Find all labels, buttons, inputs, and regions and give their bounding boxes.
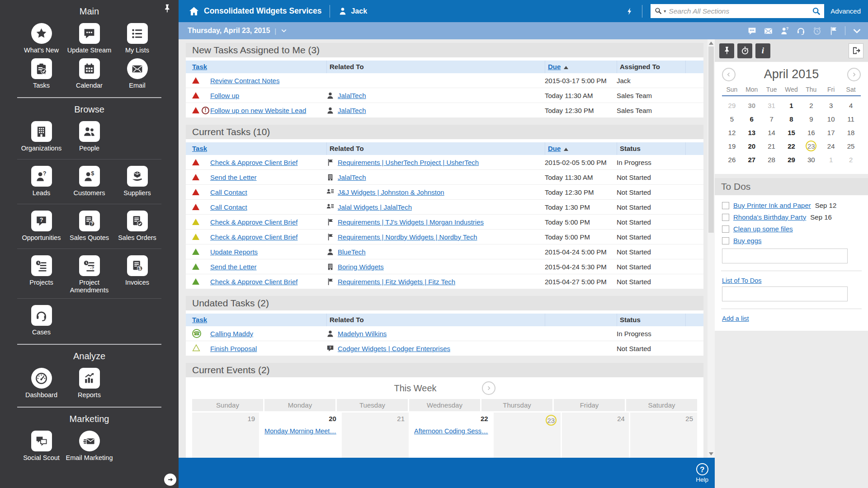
- todo-link[interactable]: Buy Printer Ink and Paper: [733, 202, 811, 209]
- sidebar-item-people[interactable]: People: [66, 119, 113, 155]
- sidebar-item-dashboard[interactable]: Dashboard: [18, 366, 66, 401]
- task-link[interactable]: Call Contact: [210, 203, 247, 211]
- sidebar-item-customers[interactable]: $Customers: [66, 164, 113, 199]
- related-link[interactable]: JalalTech: [338, 92, 366, 99]
- headset-icon[interactable]: [796, 26, 806, 36]
- date-dropdown-chevron-icon[interactable]: [281, 28, 287, 34]
- new-todo-input[interactable]: [722, 249, 848, 263]
- search-icon[interactable]: [811, 6, 821, 16]
- sidebar-item-sales-orders[interactable]: Sales Orders: [113, 209, 161, 244]
- todo-link[interactable]: Rhonda's Birthday Party: [733, 213, 806, 221]
- scrollbar-thumb[interactable]: [708, 47, 714, 233]
- timer-button[interactable]: [737, 43, 752, 58]
- calendar-day[interactable]: 27: [742, 153, 762, 167]
- calendar-day[interactable]: 30: [801, 153, 821, 167]
- todo-checkbox[interactable]: [722, 214, 729, 221]
- pin-sidebar-icon[interactable]: [162, 4, 172, 14]
- scroll-up-icon[interactable]: [709, 42, 713, 45]
- add-a-list-link[interactable]: Add a list: [722, 315, 749, 322]
- calendar-day[interactable]: 19: [722, 140, 742, 153]
- sidebar-item-project-amendments[interactable]: -?Project Amendments: [66, 253, 113, 294]
- sidebar-item-cases[interactable]: Cases: [18, 303, 66, 338]
- sidebar-item-opportunities[interactable]: ?Opportunities: [18, 209, 66, 244]
- day-cell-friday[interactable]: 24: [562, 413, 629, 458]
- sidebar-item-update-stream[interactable]: Update Stream: [66, 21, 113, 56]
- event-link[interactable]: Monday Morning Meet…: [264, 427, 336, 435]
- calendar-day[interactable]: 9: [801, 113, 821, 126]
- related-link[interactable]: Codger Widgets | Codger Enterprises: [338, 345, 450, 352]
- scroll-down-icon[interactable]: [709, 452, 713, 455]
- sidebar-item-social-scout[interactable]: Social Scout: [18, 429, 66, 464]
- calendar-day[interactable]: 18: [841, 126, 861, 140]
- calendar-day[interactable]: 1: [782, 99, 802, 113]
- calendar-day[interactable]: 31: [762, 99, 782, 113]
- day-cell-saturday[interactable]: 25: [630, 413, 697, 458]
- calendar-day[interactable]: 3: [821, 99, 841, 113]
- calendar-day[interactable]: 13: [742, 126, 762, 140]
- calendar-day[interactable]: 6: [742, 113, 762, 126]
- calendar-day[interactable]: 23: [801, 140, 821, 153]
- sidebar-item-calendar[interactable]: Calendar: [66, 56, 113, 92]
- list-of-todos-link[interactable]: List of To Dos: [722, 277, 762, 284]
- related-link[interactable]: Jalal Widgets | JalalTech: [338, 203, 412, 211]
- calendar-day[interactable]: 14: [762, 126, 782, 140]
- related-link[interactable]: Requirements | TJ's Widgets | Morgan Ind…: [338, 218, 484, 226]
- calendar-day[interactable]: 12: [722, 126, 742, 140]
- task-link[interactable]: Call Contact: [210, 188, 247, 196]
- sidebar-item-reports[interactable]: Reports: [66, 366, 113, 401]
- calendar-day[interactable]: 26: [722, 153, 742, 167]
- related-link[interactable]: J&J Widgets | Johnston & Johnston: [338, 188, 444, 196]
- sidebar-item-organizations[interactable]: Organizations: [18, 119, 66, 155]
- calendar-day[interactable]: 2: [841, 153, 861, 167]
- sidebar-item-suppliers[interactable]: Suppliers: [113, 164, 161, 199]
- day-cell-wednesday[interactable]: 22Afternoon Coding Sess…: [410, 413, 492, 458]
- alarm-icon[interactable]: [812, 26, 822, 36]
- new-list-input[interactable]: [722, 286, 848, 301]
- sidebar-item-invoices[interactable]: $Invoices: [113, 253, 161, 294]
- event-link[interactable]: Afternoon Coding Sess…: [414, 427, 488, 435]
- calendar-day[interactable]: 20: [742, 140, 762, 153]
- sidebar-item-email[interactable]: Email: [113, 56, 161, 92]
- contact-card-icon[interactable]: ?: [780, 26, 789, 36]
- sidebar-collapse-button[interactable]: [164, 474, 176, 486]
- related-link[interactable]: Madelyn Wilkins: [338, 330, 387, 338]
- next-week-icon[interactable]: [482, 381, 495, 395]
- related-link[interactable]: Boring Widgets: [338, 263, 384, 271]
- sidebar-item-what-s-new[interactable]: What's New: [18, 21, 66, 56]
- sidebar-item-projects[interactable]: Projects: [18, 253, 66, 294]
- quick-actions-icon[interactable]: [626, 7, 634, 15]
- panel-chevron-down-icon[interactable]: [852, 26, 862, 36]
- flag-icon[interactable]: [829, 26, 838, 36]
- calendar-day[interactable]: 21: [762, 140, 782, 153]
- task-link[interactable]: Review Contract Notes: [210, 77, 279, 84]
- info-button[interactable]: i: [755, 43, 770, 58]
- todo-checkbox[interactable]: [722, 225, 729, 233]
- calendar-day[interactable]: 4: [841, 99, 861, 113]
- column-header-task[interactable]: Task: [186, 314, 326, 326]
- calendar-next-icon[interactable]: [847, 68, 861, 81]
- calendar-day[interactable]: 29: [722, 99, 742, 113]
- task-link[interactable]: Check & Approve Client Brief: [210, 218, 297, 226]
- search-input[interactable]: [668, 7, 811, 16]
- help-button[interactable]: ? Help: [696, 463, 708, 483]
- calendar-day[interactable]: 15: [782, 126, 802, 140]
- day-cell-monday[interactable]: 20Monday Morning Meet…: [260, 413, 340, 458]
- pin-panel-button[interactable]: [719, 43, 734, 58]
- calendar-day[interactable]: 8: [782, 113, 802, 126]
- column-header-due[interactable]: Due: [545, 61, 617, 73]
- related-link[interactable]: Requirements | Fitz Widgets | Fitz Tech: [338, 278, 455, 286]
- day-cell-thursday[interactable]: 23: [494, 413, 561, 458]
- calendar-prev-icon[interactable]: [722, 68, 736, 81]
- task-link[interactable]: Check & Approve Client Brief: [210, 159, 297, 166]
- related-link[interactable]: JalalTech: [338, 107, 366, 114]
- app-title[interactable]: Consolidated Widgets Services: [204, 6, 321, 16]
- todo-link[interactable]: Buy eggs: [733, 237, 762, 244]
- related-link[interactable]: Requirements | Nordby Widgets | Nordby T…: [338, 233, 477, 241]
- calendar-day[interactable]: 7: [762, 113, 782, 126]
- calendar-day[interactable]: 29: [782, 153, 802, 167]
- calendar-day[interactable]: 16: [801, 126, 821, 140]
- calendar-day[interactable]: 28: [762, 153, 782, 167]
- related-link[interactable]: Requirements | UsherTech Project | Usher…: [338, 159, 479, 166]
- task-link[interactable]: Follow up: [210, 92, 239, 99]
- sidebar-item-my-lists[interactable]: My Lists: [113, 21, 161, 56]
